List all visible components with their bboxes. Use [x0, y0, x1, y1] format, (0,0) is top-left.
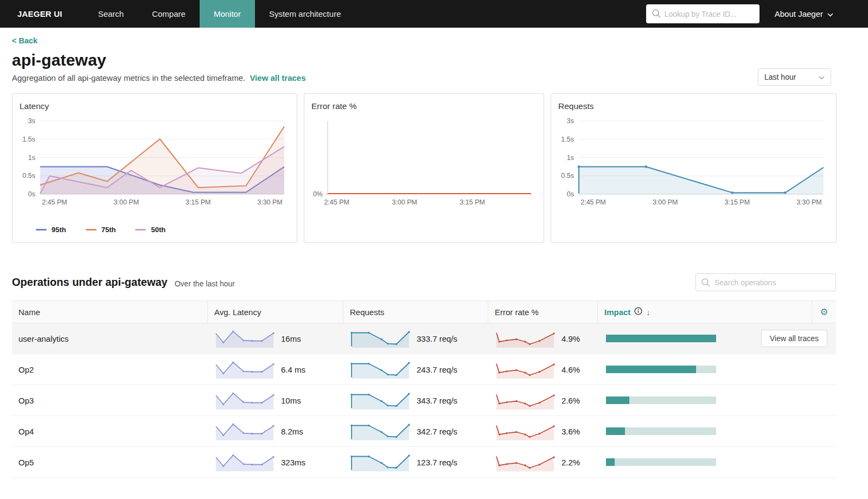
error-rate-card-title: Error rate %	[311, 101, 537, 111]
view-all-traces-link[interactable]: View all traces	[250, 73, 305, 82]
subtitle-text: Aggregation of all api-gateway metrics i…	[12, 73, 245, 82]
legend-swatch	[135, 229, 146, 231]
impact-bar-track	[606, 396, 716, 404]
column-header-avg-latency[interactable]: Avg. Latency	[208, 301, 343, 323]
requests-sparkline	[350, 421, 411, 441]
page-title: api-gateway	[12, 51, 836, 69]
operation-name-text: user-analytics	[18, 334, 69, 343]
svg-text:3:00 PM: 3:00 PM	[653, 199, 678, 206]
svg-text:3:15 PM: 3:15 PM	[725, 199, 750, 206]
svg-text:3:15 PM: 3:15 PM	[186, 199, 211, 206]
avg-latency-value: 8.2ms	[281, 427, 303, 436]
column-header-impact[interactable]: Impact ↓	[598, 301, 812, 323]
error-rate-value: 2.2%	[561, 458, 580, 467]
operations-title: Operations under api-gateway	[12, 276, 168, 289]
operations-subtitle: Over the last hour	[175, 279, 235, 288]
requests-value: 123.7 req/s	[417, 458, 457, 467]
requests-value: 243.7 req/s	[417, 365, 457, 374]
requests-sparkline	[350, 391, 411, 410]
avg-latency-cell: 6.4 ms	[208, 360, 343, 379]
ops-table-body: user-analytics16ms333.7 req/s4.9%View al…	[12, 323, 836, 478]
legend-label: 95th	[52, 226, 66, 234]
error-rate-chart: 0%2:45 PM3:00 PM3:15 PM	[311, 114, 537, 222]
view-all-traces-button[interactable]: View all traces	[761, 330, 827, 347]
operation-name-text: Op4	[18, 427, 34, 436]
operation-name-text: Op3	[18, 396, 34, 405]
chevron-down-icon	[827, 9, 833, 18]
error-rate-cell: 3.6%	[488, 421, 598, 441]
impact-bar-fill	[606, 458, 615, 466]
column-header-settings: ⚙	[812, 301, 836, 323]
svg-text:0s: 0s	[567, 190, 574, 198]
about-jaeger-menu[interactable]: About Jaeger	[775, 9, 833, 18]
nav-item-monitor[interactable]: Monitor	[200, 0, 255, 28]
settings-gear-icon[interactable]: ⚙	[820, 308, 828, 317]
svg-text:1.5s: 1.5s	[22, 136, 35, 143]
nav-right: About Jaeger	[646, 0, 868, 28]
table-header-row: Name Avg. Latency Requests Error rate % …	[12, 300, 836, 323]
operation-name: Op3	[12, 396, 208, 405]
impact-bar-track	[606, 366, 716, 373]
back-link[interactable]: < Back	[12, 36, 37, 45]
requests-cell: 343.7 req/s	[343, 391, 488, 410]
table-row: Op310ms343.7 req/s2.6%	[12, 385, 836, 416]
legend-item-50th[interactable]: 50th	[135, 226, 165, 234]
requests-sparkline	[350, 329, 411, 348]
legend-label: 75th	[101, 226, 116, 234]
about-jaeger-label: About Jaeger	[775, 9, 823, 18]
requests-value: 342.7 req/s	[417, 427, 457, 436]
requests-value: 343.7 req/s	[417, 396, 457, 405]
table-row: Op48.2ms342.7 req/s3.6%	[12, 416, 836, 447]
column-header-requests[interactable]: Requests	[343, 301, 488, 323]
operation-name: user-analytics	[12, 334, 208, 343]
latency-legend: 95th75th50th	[36, 226, 290, 234]
impact-label: Impact	[604, 308, 630, 317]
operations-table: Name Avg. Latency Requests Error rate % …	[12, 300, 836, 478]
latency-sparkline	[214, 360, 275, 379]
operation-name: Op4	[12, 427, 208, 436]
sort-desc-arrow-icon: ↓	[646, 308, 650, 317]
table-row: Op26.4 ms243.7 req/s4.6%	[12, 354, 836, 385]
legend-item-75th[interactable]: 75th	[86, 226, 116, 234]
svg-text:3:30 PM: 3:30 PM	[257, 199, 283, 206]
trace-search	[646, 4, 760, 23]
requests-cell: 342.7 req/s	[343, 421, 488, 441]
nav-menu: SearchCompareMonitorSystem architecture	[84, 0, 355, 28]
legend-swatch	[36, 229, 47, 231]
impact-bar-fill	[606, 396, 629, 404]
avg-latency-cell: 8.2ms	[208, 421, 343, 441]
brand-logo[interactable]: JAEGER UI	[17, 0, 62, 28]
impact-bar-fill	[606, 335, 716, 342]
latency-card-title: Latency	[20, 101, 290, 111]
column-header-error-rate[interactable]: Error rate %	[488, 301, 598, 323]
legend-item-95th[interactable]: 95th	[36, 226, 66, 234]
timeframe-select[interactable]: Last hour	[758, 68, 831, 86]
impact-bar-track	[606, 458, 716, 466]
trace-search-input[interactable]	[646, 4, 760, 23]
info-icon[interactable]	[634, 307, 642, 317]
metric-cards: Latency 0s0.5s1s1.5s3s2:45 PM3:00 PM3:15…	[12, 93, 836, 243]
column-header-name[interactable]: Name	[12, 301, 208, 323]
svg-text:1.5s: 1.5s	[561, 136, 574, 143]
latency-sparkline	[214, 421, 275, 441]
requests-chart: 0s0.5s1s1.5s3s2:45 PM3:00 PM3:15 PM3:30 …	[558, 114, 829, 222]
latency-sparkline	[214, 329, 275, 348]
avg-latency-value: 6.4 ms	[281, 365, 305, 374]
impact-bar-track	[606, 427, 716, 435]
requests-card: Requests 0s0.5s1s1.5s3s2:45 PM3:00 PM3:1…	[551, 93, 837, 243]
requests-sparkline	[350, 360, 411, 379]
impact-cell	[598, 366, 812, 373]
operation-name-text: Op5	[18, 458, 34, 467]
operations-search-input[interactable]	[695, 273, 836, 291]
nav-item-search[interactable]: Search	[84, 0, 138, 28]
nav-item-compare[interactable]: Compare	[138, 0, 200, 28]
svg-text:3s: 3s	[567, 117, 574, 125]
nav-item-system-architecture[interactable]: System architecture	[255, 0, 355, 28]
error-rate-value: 3.6%	[561, 427, 580, 436]
svg-text:2:45 PM: 2:45 PM	[42, 199, 67, 206]
error-sparkline	[495, 421, 556, 441]
svg-text:0.5s: 0.5s	[22, 172, 35, 180]
requests-sparkline	[350, 452, 411, 472]
error-rate-cell: 2.2%	[488, 452, 598, 472]
avg-latency-cell: 10ms	[208, 391, 343, 410]
